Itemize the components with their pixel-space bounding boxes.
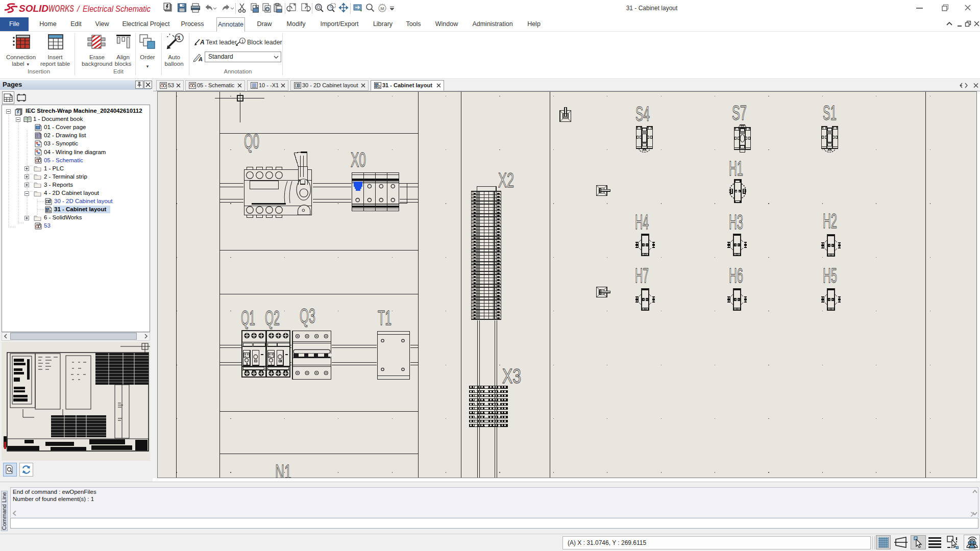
- svg-text:A: A: [198, 56, 203, 62]
- svg-text:1: 1: [241, 39, 244, 44]
- svg-text:H6: H6: [729, 264, 743, 287]
- svg-text:Q1: Q1: [241, 306, 255, 330]
- svg-text:X2: X2: [498, 168, 514, 192]
- svg-text:X0: X0: [351, 148, 366, 171]
- svg-text:X3: X3: [502, 364, 521, 388]
- svg-text:S4: S4: [635, 102, 650, 126]
- svg-text:H7: H7: [635, 264, 649, 287]
- svg-text:H5: H5: [823, 264, 837, 287]
- svg-text:S1: S1: [823, 101, 837, 124]
- svg-text:Q0: Q0: [244, 130, 259, 153]
- svg-text:T1: T1: [378, 306, 391, 330]
- svg-text:Electrical Schematic: Electrical Schematic: [83, 4, 151, 14]
- svg-text:H2: H2: [823, 209, 837, 233]
- svg-text:WORKS: WORKS: [48, 4, 74, 14]
- svg-text:/: /: [77, 5, 80, 13]
- svg-text:H1: H1: [729, 157, 743, 180]
- svg-text:H4: H4: [635, 210, 649, 234]
- svg-text:Q2: Q2: [265, 306, 280, 330]
- svg-text:Q3: Q3: [300, 304, 315, 328]
- svg-text:SOLID: SOLID: [19, 4, 48, 14]
- svg-text:H3: H3: [729, 210, 743, 234]
- svg-text:M: M: [380, 6, 384, 11]
- svg-text:S7: S7: [732, 101, 747, 124]
- svg-text:A: A: [200, 39, 205, 46]
